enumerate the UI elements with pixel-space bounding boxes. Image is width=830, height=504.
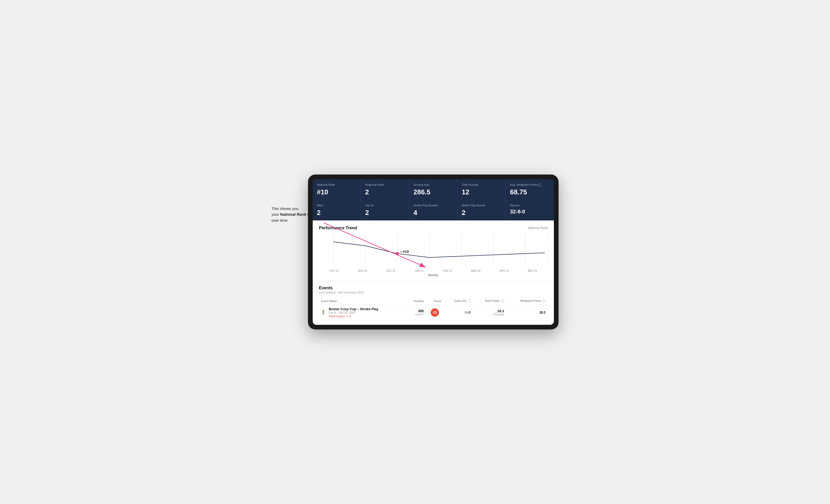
stat-total-rounds: Total Rounds 12 bbox=[457, 179, 506, 200]
stat-regional-rank-label: Regional Rank bbox=[365, 183, 405, 187]
col-total-points: Total Points i bbox=[473, 298, 506, 304]
chart-x-label-feb24: FEB 24 bbox=[433, 269, 462, 272]
info-icon-avg-weighted: i bbox=[538, 183, 541, 187]
table-row: 🏌 Buster Cozy Cup – Stroke Play Oct 9 – … bbox=[319, 304, 548, 321]
chart-svg: • #10 bbox=[319, 234, 548, 268]
col-weighted-points: Weighted Points i bbox=[506, 298, 548, 304]
chart-x-label-nov23: NOV 23 bbox=[348, 269, 377, 272]
event-position-cell: 6th out of 7 bbox=[406, 304, 426, 321]
chart-subtitle: National Rank bbox=[528, 226, 548, 230]
chart-area: • #10 bbox=[319, 234, 548, 268]
stat-top3s-value: 2 bbox=[365, 209, 405, 217]
stat-national-rank: National Rank #10 bbox=[313, 179, 361, 200]
event-sg-cell: 0.45 bbox=[443, 304, 473, 321]
stat-regional-rank-value: 2 bbox=[365, 188, 405, 196]
svg-point-10 bbox=[395, 252, 399, 255]
total-points-value: 28.3 bbox=[475, 309, 504, 313]
total-points-cell: 28.3 3 Rounds bbox=[473, 304, 506, 321]
col-event-name: Event Name bbox=[319, 298, 406, 304]
stat-stroke-play-value: 4 bbox=[413, 209, 453, 217]
stat-regional-rank: Regional Rank 2 bbox=[361, 179, 409, 200]
stat-scoring-avg-label: Scoring Avg. bbox=[413, 183, 453, 187]
stat-stroke-play-label: Stroke Play Events bbox=[413, 203, 453, 207]
stats-grid-row1: National Rank #10 Regional Rank 2 Scorin… bbox=[313, 179, 554, 200]
chart-x-label-dec23: DEC 23 bbox=[377, 269, 405, 272]
chart-x-labels: OCT 23 NOV 23 DEC 23 JAN 24 FEB 24 MAR 2… bbox=[319, 269, 548, 272]
stat-record: Record 32-8-0 bbox=[506, 200, 554, 221]
events-table: Event Name Position Score Event SG i Tot… bbox=[319, 298, 548, 321]
annotation-text: This shows you your National Rank trend … bbox=[272, 206, 324, 224]
stat-avg-weighted-points: Avg. Weighted Pointsi 68.75 bbox=[506, 179, 554, 200]
svg-text:• #10: • #10 bbox=[401, 250, 409, 254]
stat-record-value: 32-8-0 bbox=[510, 209, 550, 215]
chart-x-label-may24: MAY 24 bbox=[518, 269, 547, 272]
chart-x-label-jan24: JAN 24 bbox=[405, 269, 434, 272]
stat-national-rank-value: #10 bbox=[317, 188, 356, 196]
stat-avg-weighted-label: Avg. Weighted Pointsi bbox=[510, 183, 550, 187]
stat-top3s: Top 3s 2 bbox=[361, 200, 409, 221]
events-last-updated: Last updated: 24th November 2023 bbox=[319, 291, 548, 294]
event-position-sub: out of 7 bbox=[408, 313, 424, 316]
events-section: Events Last updated: 24th November 2023 … bbox=[313, 281, 554, 325]
chart-section: Performance Trend National Rank bbox=[313, 221, 554, 281]
stat-top3s-label: Top 3s bbox=[365, 203, 405, 207]
total-points-sub: 3 Rounds bbox=[475, 313, 504, 316]
events-table-header: Event Name Position Score Event SG i Tot… bbox=[319, 298, 548, 304]
event-date: Oct 9 – Oct 10, 2023 bbox=[329, 311, 379, 314]
tablet-device: National Rank #10 Regional Rank 2 Scorin… bbox=[308, 174, 558, 330]
col-event-sg: Event SG i bbox=[443, 298, 473, 304]
rank-impact-arrow: ▼ bbox=[349, 315, 352, 318]
event-position-value: 6th bbox=[408, 309, 424, 313]
stat-avg-weighted-value: 68.75 bbox=[510, 188, 550, 196]
chart-header: Performance Trend National Rank bbox=[319, 226, 548, 230]
stat-match-play-label: Match Play Events bbox=[462, 203, 501, 207]
events-title: Events bbox=[319, 285, 548, 290]
stat-scoring-avg: Scoring Avg. 286.5 bbox=[409, 179, 457, 200]
stat-match-play-events: Match Play Events 2 bbox=[457, 200, 506, 221]
stat-total-rounds-value: 12 bbox=[462, 188, 501, 196]
chart-x-label-apr24: APR 24 bbox=[490, 269, 518, 272]
stats-grid-row2: Wins 2 Top 3s 2 Stroke Play Events 4 Mat… bbox=[313, 200, 554, 221]
event-score-cell: -22 bbox=[426, 304, 444, 321]
stat-scoring-avg-value: 286.5 bbox=[413, 188, 453, 196]
rank-impact: Rank Impact: 3 ▼ bbox=[329, 314, 379, 318]
chart-title: Performance Trend bbox=[319, 226, 357, 230]
stat-total-rounds-label: Total Rounds bbox=[462, 183, 501, 187]
col-score: Score bbox=[426, 298, 444, 304]
chart-x-label-oct23: OCT 23 bbox=[320, 269, 348, 272]
chart-x-axis-title: Months bbox=[319, 273, 548, 277]
event-name: Buster Cozy Cup – Stroke Play bbox=[329, 307, 379, 311]
event-score-badge: -22 bbox=[430, 308, 439, 317]
info-icon-weighted-points: i bbox=[542, 300, 545, 303]
tablet-screen: National Rank #10 Regional Rank 2 Scorin… bbox=[313, 179, 554, 325]
col-position: Position bbox=[406, 298, 426, 304]
stat-match-play-value: 2 bbox=[462, 209, 501, 217]
event-name-cell: 🏌 Buster Cozy Cup – Stroke Play Oct 9 – … bbox=[319, 304, 406, 321]
info-icon-event-sg: i bbox=[468, 300, 471, 303]
golf-icon: 🏌 bbox=[321, 310, 326, 315]
stat-record-label: Record bbox=[510, 203, 550, 207]
info-icon-total-points: i bbox=[501, 300, 504, 303]
stat-national-rank-label: National Rank bbox=[317, 183, 356, 187]
weighted-points-cell: 28.3 bbox=[506, 304, 548, 321]
stat-stroke-play-events: Stroke Play Events 4 bbox=[409, 200, 457, 221]
chart-x-label-mar24: MAR 24 bbox=[462, 269, 490, 272]
